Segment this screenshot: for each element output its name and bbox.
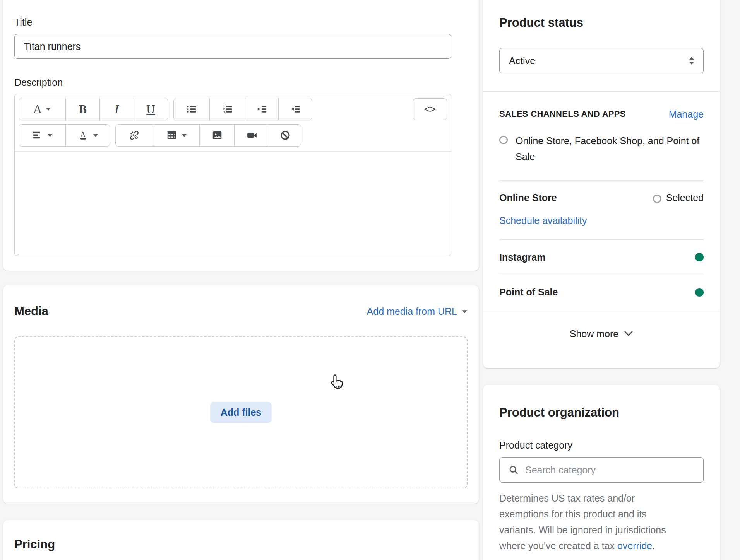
schedule-availability-link[interactable]: Schedule availability (483, 215, 720, 239)
indent-icon (256, 103, 268, 115)
media-header: Media Add media from URL (14, 304, 468, 319)
product-category-label: Product category (499, 439, 704, 451)
outdent-icon (289, 103, 301, 115)
text-color-icon: A (77, 130, 89, 141)
show-more-label: Show more (570, 328, 618, 340)
select-stepper-icon (689, 56, 695, 65)
shopify-product-edit-page: Title Description A B I U (0, 0, 740, 560)
category-help-text: Determines US tax rates and/or exemption… (499, 490, 704, 554)
table-icon (166, 130, 178, 141)
channel-name: Instagram (499, 252, 695, 263)
product-organization-heading: Product organization (499, 385, 704, 420)
align-left-icon (32, 130, 43, 141)
remove-link-button[interactable] (116, 125, 153, 146)
indent-button[interactable] (245, 98, 278, 120)
help-line: Determines US tax rates and/or (499, 490, 704, 506)
insert-video-button[interactable] (234, 125, 269, 146)
chevron-down-icon (624, 331, 633, 337)
category-search-box (499, 457, 704, 483)
clear-formatting-button[interactable] (269, 125, 301, 146)
product-details-card: Title Description A B I U (3, 0, 479, 271)
caret-down-icon (46, 107, 51, 111)
product-status-select[interactable]: Active (499, 48, 704, 73)
media-dropzone[interactable]: Add files (14, 336, 468, 488)
font-style-label: A (33, 103, 42, 115)
help-line-last: where you've created a tax override. (499, 538, 704, 554)
text-style-group: A B I U (19, 98, 168, 120)
svg-text:A: A (80, 130, 86, 138)
list-indent-group: 123 (173, 98, 312, 120)
image-icon (211, 130, 223, 141)
code-view-button[interactable]: <> (413, 98, 447, 120)
no-symbol-icon (279, 130, 291, 141)
align-color-group: A (19, 124, 110, 147)
description-editor: A B I U (14, 94, 451, 256)
broken-link-icon (128, 130, 140, 141)
insert-group (115, 124, 301, 147)
media-heading: Media (14, 304, 48, 319)
manage-link[interactable]: Manage (669, 109, 704, 120)
channel-ring-icon (499, 136, 508, 144)
font-style-button[interactable]: A (19, 98, 65, 120)
caret-down-icon (462, 309, 468, 314)
search-icon (508, 464, 519, 475)
product-status-heading: Product status (499, 0, 704, 30)
help-line: variants. Will be ignored in jurisdictio… (499, 522, 704, 538)
description-label: Description (14, 77, 468, 88)
divider (483, 91, 720, 92)
channel-row-instagram: Instagram (483, 240, 720, 275)
show-more-button[interactable]: Show more (483, 312, 720, 355)
channel-status: Selected (653, 192, 704, 203)
video-icon (246, 130, 258, 141)
help-last-before: where you've created a tax (499, 540, 617, 551)
toolbar-row-2: A (15, 120, 451, 147)
status-dot-green (695, 253, 704, 261)
svg-text:3: 3 (223, 110, 225, 114)
bold-label: B (79, 103, 87, 115)
help-line: exemptions for this product and its (499, 506, 704, 522)
pricing-heading: Pricing (14, 537, 468, 552)
caret-down-icon (93, 133, 98, 137)
selected-label: Selected (666, 192, 704, 203)
sales-channels-title: SALES CHANNELS AND APPS (499, 109, 669, 119)
category-search-input[interactable] (525, 464, 703, 476)
caret-down-icon (182, 133, 187, 137)
title-input[interactable] (14, 34, 451, 59)
toolbar-row-1: A B I U (15, 94, 451, 120)
title-label: Title (14, 16, 468, 28)
help-last-after: . (652, 540, 655, 551)
selected-ring-icon (653, 195, 661, 203)
table-button[interactable] (153, 125, 199, 146)
add-media-from-url-label: Add media from URL (367, 306, 457, 317)
product-organization-card: Product organization Product category De… (483, 385, 720, 560)
media-card: Media Add media from URL Add files (3, 285, 479, 504)
underline-button[interactable]: U (134, 98, 168, 120)
sales-channels-header: SALES CHANNELS AND APPS Manage (483, 109, 720, 120)
product-status-card: Product status Active SALES CHANNELS AND… (483, 0, 720, 368)
pricing-card: Pricing (3, 520, 479, 560)
override-link[interactable]: override (617, 540, 652, 551)
status-dot-green (695, 288, 704, 297)
italic-button[interactable]: I (99, 98, 134, 120)
outdent-button[interactable] (278, 98, 312, 120)
insert-image-button[interactable] (199, 125, 234, 146)
underline-label: U (146, 103, 155, 115)
add-files-button[interactable]: Add files (210, 402, 272, 423)
numbered-list-icon: 123 (222, 103, 233, 115)
bullet-list-icon (186, 103, 197, 115)
channel-name: Point of Sale (499, 287, 695, 298)
caret-down-icon (47, 133, 53, 137)
bullet-list-button[interactable] (174, 98, 209, 120)
channel-row-point-of-sale: Point of Sale (483, 275, 720, 309)
bold-button[interactable]: B (65, 98, 99, 120)
channels-summary-row: Online Store, Facebook Shop, and Point o… (483, 120, 720, 180)
code-view-label: <> (424, 103, 436, 115)
text-align-button[interactable] (19, 125, 65, 146)
add-media-from-url-button[interactable]: Add media from URL (367, 306, 468, 317)
channel-row-online-store: Online Store Selected (483, 181, 720, 215)
italic-label: I (115, 103, 118, 115)
channel-name: Online Store (499, 192, 653, 203)
text-color-button[interactable]: A (65, 125, 110, 146)
numbered-list-button[interactable]: 123 (209, 98, 245, 120)
description-editor-content[interactable] (15, 151, 451, 256)
